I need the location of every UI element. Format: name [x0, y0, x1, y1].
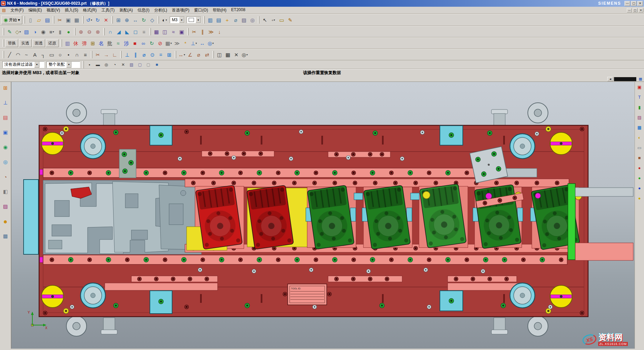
palette-button[interactable]: ▨: [636, 114, 643, 121]
edge-blend-button[interactable]: ∩: [106, 28, 115, 36]
mirror-curve-button[interactable]: ◫: [215, 51, 224, 59]
mdi-minimize-button[interactable]: —: [627, 8, 632, 12]
name-display-button[interactable]: 名: [97, 39, 105, 47]
cylinder-button[interactable]: ▮: [56, 28, 64, 36]
sequence-button[interactable]: ≫: [173, 39, 181, 47]
dock-icon[interactable]: ▦: [638, 77, 643, 81]
highlight-button[interactable]: ▧: [127, 60, 136, 69]
angular-dimension-button[interactable]: ∠: [186, 51, 194, 59]
sew-button[interactable]: ≈: [169, 28, 178, 36]
paste-button[interactable]: ▦: [72, 16, 81, 24]
menu-file[interactable]: 文件(F): [8, 7, 26, 14]
part-navigator-button[interactable]: ▤: [1, 114, 9, 122]
spring-tool-button[interactable]: 弹: [80, 39, 89, 47]
measure-button[interactable]: ⌀: [231, 16, 240, 24]
subtract-button[interactable]: ⊖: [85, 28, 94, 36]
tool-info-plate[interactable]: TOOL ID:: [283, 284, 331, 305]
explode-button[interactable]: *: [181, 39, 190, 47]
clearance-button[interactable]: ◎ ▾: [206, 39, 215, 47]
parallel-constraint-button[interactable]: ∥: [131, 51, 140, 59]
toolbar-drag-handle[interactable]: [175, 51, 176, 58]
tangent-constraint-button[interactable]: ⌀: [140, 51, 148, 59]
menu-preferences[interactable]: 首选项(P): [169, 7, 192, 14]
suppress-button[interactable]: ⊘: [156, 39, 164, 47]
fit-view-button[interactable]: ⊞: [114, 16, 123, 24]
snap-point-button[interactable]: ◦ ▾: [269, 16, 278, 24]
thicken-button[interactable]: ▣: [178, 28, 186, 36]
circle-button[interactable]: ○: [56, 51, 64, 59]
pan-button[interactable]: ↔: [131, 16, 139, 24]
toolbar-drag-handle[interactable]: [53, 16, 54, 24]
fillet-button[interactable]: ∩: [73, 51, 81, 59]
station-6[interactable]: [474, 185, 521, 249]
sheet-strip-zone[interactable]: [43, 180, 201, 254]
wave-link-button[interactable]: ≈: [114, 39, 122, 47]
object-display-button[interactable]: ▨: [240, 16, 248, 24]
corner-button[interactable]: ∟: [110, 51, 119, 59]
internet-explorer-button[interactable]: ◎: [1, 158, 9, 166]
batch-button[interactable]: 批: [105, 39, 114, 47]
selection-scope-combo[interactable]: 整个装配 ▼: [46, 61, 80, 68]
snap-end-button[interactable]: ▪: [85, 60, 94, 69]
menu-edit[interactable]: 编辑(E): [26, 7, 44, 14]
toolbar-drag-handle[interactable]: [82, 16, 84, 24]
toolbar-drag-handle[interactable]: [3, 28, 4, 35]
offset-curve-button[interactable]: ≡: [81, 51, 90, 59]
menu-insert[interactable]: 插入(S): [62, 7, 80, 14]
undo-button[interactable]: ↺ ▾: [85, 16, 93, 24]
menu-help[interactable]: 帮助(H): [211, 7, 229, 14]
split-body-button[interactable]: ∥: [198, 28, 207, 36]
freeze-button[interactable]: 休: [72, 39, 80, 47]
print-button[interactable]: ▭: [636, 144, 643, 151]
graphics-window[interactable]: TOOL ID: Y X XS 资料网 ZL.XS1616.COM: [11, 82, 635, 349]
dashed-box-button[interactable]: ▢: [144, 60, 153, 69]
toolbar-drag-handle[interactable]: [103, 28, 105, 35]
intersect-button[interactable]: ⊗: [94, 28, 102, 36]
strip-entry-guide[interactable]: [24, 180, 38, 254]
restore-button[interactable]: 还原: [46, 39, 59, 47]
update-button[interactable]: ↻: [148, 39, 156, 47]
extrude-button[interactable]: ▧: [22, 28, 31, 36]
link-button[interactable]: ∞: [139, 39, 148, 47]
point-button[interactable]: •: [64, 51, 73, 59]
color-green-button[interactable]: ●: [636, 174, 643, 182]
sketch-button[interactable]: ✎: [5, 28, 14, 36]
visual-reports-button[interactable]: ▦: [636, 124, 643, 131]
combo-arrow-icon[interactable]: ▼: [66, 62, 71, 68]
toolbar-drag-handle[interactable]: [24, 16, 25, 24]
light-button[interactable]: ◐: [636, 134, 643, 141]
tips-button[interactable]: T: [636, 93, 643, 101]
offset-surface-button[interactable]: ≫: [207, 28, 215, 36]
toolbar-drag-handle[interactable]: [3, 39, 4, 47]
redo-button[interactable]: ↻: [93, 16, 102, 24]
open-button[interactable]: ▱: [35, 16, 43, 24]
menu-information[interactable]: 信息(I): [135, 7, 152, 14]
roles-button[interactable]: ☻: [1, 217, 9, 225]
color-red-button[interactable]: ●: [636, 164, 643, 171]
toolbar-drag-handle[interactable]: [158, 16, 159, 24]
thread-button[interactable]: ≡: [140, 28, 148, 36]
hd3d-tools-button[interactable]: ◉: [1, 143, 9, 151]
sphere-button[interactable]: ●: [64, 28, 73, 36]
mdi-restore-button[interactable]: ▢: [633, 8, 638, 12]
constraint-navigator-button[interactable]: ⊥: [1, 99, 9, 107]
shell-button[interactable]: ◻: [131, 28, 140, 36]
menu-view[interactable]: 视图(V): [44, 7, 62, 14]
arrangements-button[interactable]: ▦ ▾: [164, 39, 173, 47]
color-blue-button[interactable]: ●: [636, 184, 643, 192]
move-component-button[interactable]: ↔: [198, 39, 206, 47]
intersection-point-button[interactable]: ✕: [232, 51, 240, 59]
background-color-combo[interactable]: ▼: [187, 17, 201, 23]
toolbar-drag-handle[interactable]: [74, 28, 75, 35]
chamfer-button[interactable]: ◢: [115, 28, 123, 36]
toolbar-drag-handle[interactable]: [213, 51, 214, 58]
auto-dimension-button[interactable]: ⇄: [203, 51, 211, 59]
show-hide-button[interactable]: ◎: [248, 16, 257, 24]
datum-plane-button[interactable]: ◇ ▾: [14, 28, 22, 36]
system-scenes-button[interactable]: ▩: [1, 232, 9, 240]
shaded-display-button[interactable]: ◐ ▾: [160, 16, 169, 24]
snap-settings-button[interactable]: ◎ ▾: [240, 51, 249, 59]
menu-format[interactable]: 格式(R): [80, 7, 99, 14]
station-1[interactable]: [195, 185, 242, 249]
grid-button[interactable]: ⊞: [89, 39, 97, 47]
